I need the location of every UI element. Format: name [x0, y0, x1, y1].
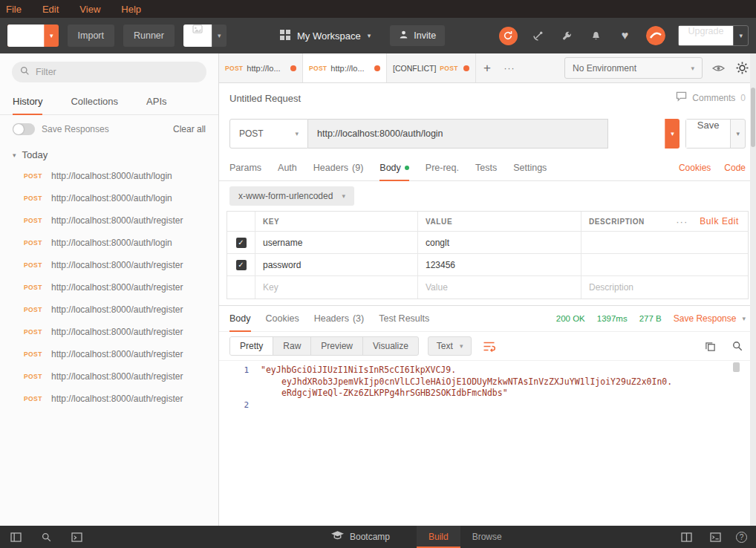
toggle-sidebar-icon[interactable]: [7, 529, 24, 545]
response-tab-cookies[interactable]: Cookies: [266, 306, 299, 331]
two-pane-view-icon[interactable]: [678, 529, 694, 545]
request-tab-2-active[interactable]: POST http://lo...: [303, 53, 387, 82]
new-window-caret[interactable]: ▾: [212, 25, 227, 47]
menu-help[interactable]: Help: [121, 4, 141, 15]
history-item[interactable]: POSThttp://localhost:8000/auth/register: [0, 254, 218, 276]
value-cell[interactable]: 123456: [418, 254, 581, 275]
history-item[interactable]: POSThttp://localhost:8000/auth/register: [0, 276, 218, 299]
user-avatar[interactable]: [646, 26, 665, 45]
menu-file[interactable]: File: [6, 4, 22, 15]
history-section-today[interactable]: ▾ Today: [0, 142, 218, 165]
tab-apis[interactable]: APIs: [146, 89, 166, 114]
history-item[interactable]: POSThttp://localhost:8000/auth/register: [0, 388, 218, 410]
bootcamp-button[interactable]: Bootcamp: [331, 531, 390, 543]
import-button[interactable]: Import: [68, 25, 114, 47]
interceptor-icon[interactable]: [530, 27, 547, 44]
workspace-switcher[interactable]: My Workspace ▾: [280, 30, 371, 42]
tab-collections[interactable]: Collections: [71, 89, 118, 114]
runner-button[interactable]: Runner: [123, 25, 175, 47]
history-item[interactable]: POSThttp://localhost:8000/auth/login: [0, 187, 218, 209]
menu-edit[interactable]: Edit: [42, 4, 59, 15]
save-responses-toggle[interactable]: [13, 123, 35, 135]
wrench-icon[interactable]: [559, 27, 576, 44]
view-preview[interactable]: Preview: [311, 337, 363, 355]
response-format-selector[interactable]: Text ▾: [428, 336, 472, 356]
history-item[interactable]: POSThttp://localhost:8000/auth/register: [0, 299, 218, 321]
console-icon[interactable]: [68, 529, 85, 545]
tab-options-button[interactable]: ···: [498, 53, 521, 82]
tab-params[interactable]: Params: [229, 154, 261, 180]
save-options-caret[interactable]: ▾: [730, 120, 745, 148]
upgrade-button[interactable]: Upgrade ▾: [678, 25, 749, 46]
send-options-caret[interactable]: ▾: [665, 119, 680, 149]
description-cell[interactable]: [581, 232, 748, 253]
description-placeholder-cell[interactable]: Description: [581, 276, 748, 299]
tab-headers[interactable]: Headers(9): [313, 154, 364, 180]
history-item[interactable]: POSThttp://localhost:8000/auth/login: [0, 232, 218, 254]
history-item[interactable]: POSThttp://localhost:8000/auth/login: [0, 165, 218, 187]
console-terminal-icon[interactable]: [707, 529, 723, 545]
method-selector[interactable]: POST ▾: [229, 119, 308, 149]
history-item[interactable]: POSThttp://localhost:8000/auth/register: [0, 365, 218, 388]
menu-view[interactable]: View: [79, 4, 100, 15]
new-button[interactable]: New ▾: [7, 25, 59, 47]
tab-tests[interactable]: Tests: [475, 154, 497, 180]
search-response-icon[interactable]: [729, 338, 746, 354]
key-cell[interactable]: password: [255, 254, 418, 275]
code-scrollbar-thumb[interactable]: [733, 362, 740, 372]
body-type-selector[interactable]: x-www-form-urlencoded ▾: [229, 186, 354, 206]
environment-selector[interactable]: No Environment ▾: [564, 57, 703, 79]
environment-preview-eye-icon[interactable]: [710, 60, 726, 76]
view-visualize[interactable]: Visualize: [363, 337, 418, 355]
row-checkbox-checked[interactable]: ✓: [236, 238, 247, 248]
tab-history[interactable]: History: [13, 89, 42, 114]
request-tab-1[interactable]: POST http://lo...: [219, 53, 303, 82]
new-dropdown-caret[interactable]: ▾: [44, 25, 59, 47]
comments-button[interactable]: Comments 0: [676, 91, 746, 105]
environment-settings-gear-icon[interactable]: [734, 60, 750, 76]
sync-status-icon[interactable]: [499, 27, 518, 45]
tab-settings[interactable]: Settings: [513, 154, 547, 180]
request-title[interactable]: Untitled Request: [229, 93, 301, 104]
tab-auth[interactable]: Auth: [278, 154, 297, 180]
response-tab-test-results[interactable]: Test Results: [379, 306, 429, 331]
code-link[interactable]: Code: [724, 163, 746, 173]
view-raw[interactable]: Raw: [273, 337, 311, 355]
value-cell[interactable]: conglt: [418, 232, 581, 253]
find-icon[interactable]: [38, 529, 54, 545]
key-cell[interactable]: username: [255, 232, 418, 253]
response-tab-body[interactable]: Body: [229, 306, 251, 331]
invite-button[interactable]: Invite: [390, 25, 445, 46]
value-placeholder-cell[interactable]: Value: [418, 276, 581, 299]
send-button[interactable]: Send ▾: [614, 119, 680, 149]
response-tab-headers[interactable]: Headers(3): [314, 306, 365, 331]
clear-all-link[interactable]: Clear all: [173, 124, 206, 134]
key-placeholder-cell[interactable]: Key: [255, 276, 418, 299]
new-tab-button[interactable]: +: [476, 53, 498, 82]
history-item[interactable]: POSThttp://localhost:8000/auth/register: [0, 321, 218, 343]
history-item[interactable]: POSThttp://localhost:8000/auth/register: [0, 209, 218, 232]
tab-body[interactable]: Body: [379, 154, 409, 180]
heart-icon[interactable]: ♥: [617, 27, 633, 44]
history-item[interactable]: POSThttp://localhost:8000/auth/register: [0, 343, 218, 365]
response-body-viewer[interactable]: 1 "eyJhbGciOiJIUzI1NiIsInR5cCI6IkpXVCJ9.…: [219, 360, 756, 526]
cookies-link[interactable]: Cookies: [679, 163, 711, 173]
upgrade-caret[interactable]: ▾: [733, 26, 748, 45]
filter-input[interactable]: [36, 67, 198, 77]
description-cell[interactable]: [581, 254, 748, 275]
new-window-button[interactable]: ▾: [183, 25, 227, 47]
tab-pre-request[interactable]: Pre-req.: [426, 154, 459, 180]
save-response-button[interactable]: Save Response ▾: [674, 313, 746, 324]
request-tab-3-conflict[interactable]: [CONFLICT] POST: [387, 53, 476, 82]
view-pretty[interactable]: Pretty: [230, 337, 273, 355]
browse-tab[interactable]: Browse: [460, 526, 514, 548]
main-scrollbar[interactable]: [750, 53, 756, 526]
filter-box[interactable]: [12, 62, 206, 82]
wrap-text-icon[interactable]: [480, 338, 497, 354]
build-tab[interactable]: Build: [417, 526, 460, 548]
table-options-button[interactable]: ···: [676, 216, 688, 227]
copy-response-icon[interactable]: [702, 338, 718, 354]
help-icon[interactable]: ?: [736, 532, 747, 543]
notifications-bell-icon[interactable]: [588, 27, 605, 44]
row-checkbox-checked[interactable]: ✓: [236, 260, 247, 270]
